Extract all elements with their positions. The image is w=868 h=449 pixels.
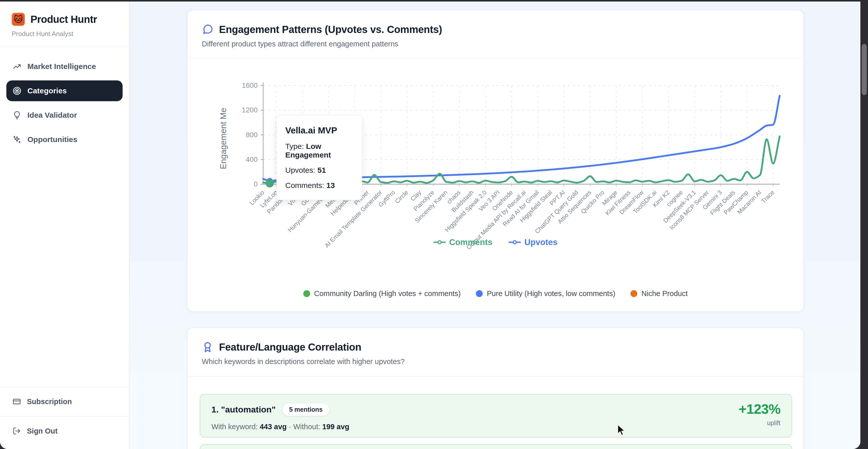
scrollbar-thumb[interactable] xyxy=(862,44,867,95)
tooltip-type-row: Type: Low Engagement xyxy=(285,142,353,159)
tooltip-product-name: Vella.ai MVP xyxy=(285,125,353,135)
sidebar: 🐱 Product Huntr Product Hunt Analyst Mar… xyxy=(0,2,129,449)
svg-text:0: 0 xyxy=(253,180,258,188)
feature-language-card: Feature/Language Correlation Which keywo… xyxy=(187,327,804,449)
line-marker-icon xyxy=(433,240,446,245)
legend-item-comments[interactable]: Comments xyxy=(433,237,493,247)
keyword-stats: With keyword: 443 avg · Without: 199 avg xyxy=(211,423,780,431)
svg-text:Trace: Trace xyxy=(760,189,776,204)
engagement-card-header: Engagement Patterns (Upvotes vs. Comment… xyxy=(188,10,803,59)
sidebar-item-categories[interactable]: Categories xyxy=(6,81,123,101)
sidebar-item-label: Opportunities xyxy=(27,135,78,144)
sidebar-footer: Subscription Sign Out xyxy=(0,387,129,445)
uplift-label: uplift xyxy=(739,419,780,427)
tooltip-upvotes-row: Upvotes: 51 xyxy=(285,166,353,174)
card-subtitle: Which keywords in descriptions correlate… xyxy=(202,357,789,366)
app-logo-cat-icon: 🐱 xyxy=(12,13,25,26)
sidebar-item-label: Categories xyxy=(27,87,67,95)
chart-tooltip: Vella.ai MVP Type: Low Engagement Upvote… xyxy=(276,115,362,200)
card-title: Engagement Patterns (Upvotes vs. Comment… xyxy=(219,24,442,35)
svg-text:800: 800 xyxy=(246,131,258,139)
keyword-card-automation: 1. "automation" 5 mentions With keyword:… xyxy=(200,394,792,438)
engagement-patterns-card: Engagement Patterns (Upvotes vs. Comment… xyxy=(187,10,804,312)
card-subtitle: Different product types attract differen… xyxy=(202,40,789,48)
lightbulb-icon xyxy=(13,111,21,120)
scrollbar-track[interactable] xyxy=(860,0,868,449)
sidebar-nav: Market Intelligence Categories Idea Vali… xyxy=(6,56,123,150)
line-marker-icon xyxy=(508,240,521,245)
svg-text:1600: 1600 xyxy=(242,82,258,89)
uplift-value: +123% xyxy=(739,401,780,417)
speech-bubble-icon xyxy=(202,24,213,35)
trending-up-icon xyxy=(13,62,21,71)
mentions-badge: 5 mentions xyxy=(282,403,330,416)
legend-niche-product: Niche Product xyxy=(630,289,687,298)
sidebar-item-subscription[interactable]: Subscription xyxy=(6,393,123,411)
feature-card-header: Feature/Language Correlation Which keywo… xyxy=(188,328,803,377)
sidebar-item-idea-validator[interactable]: Idea Validator xyxy=(6,105,123,126)
legend-item-upvotes[interactable]: Upvotes xyxy=(508,237,557,247)
target-icon xyxy=(13,87,21,95)
sidebar-item-opportunities[interactable]: Opportunities xyxy=(6,129,123,150)
sidebar-item-label: Subscription xyxy=(27,397,72,406)
sidebar-item-market-intelligence[interactable]: Market Intelligence xyxy=(6,56,123,77)
sidebar-item-sign-out[interactable]: Sign Out xyxy=(6,422,123,440)
sidebar-item-label: Sign Out xyxy=(27,427,58,435)
blue-dot-icon xyxy=(476,290,483,297)
legend-community-darling: Community Darling (High votes + comments… xyxy=(303,289,461,298)
app-title: Product Huntr xyxy=(30,14,97,25)
app-window: 🐱 Product Huntr Product Hunt Analyst Mar… xyxy=(0,2,860,449)
sidebar-item-label: Idea Validator xyxy=(27,111,77,120)
award-icon xyxy=(202,341,213,353)
svg-text:400: 400 xyxy=(246,156,258,163)
orange-dot-icon xyxy=(630,290,637,297)
category-legend: Community Darling (High votes + comments… xyxy=(188,289,803,298)
keyword-rank-title: 1. "automation" xyxy=(211,405,276,415)
tooltip-comments-row: Comments: 13 xyxy=(285,181,353,190)
keyword-card-partial xyxy=(200,444,792,449)
svg-text:Engagement Me: Engagement Me xyxy=(219,108,228,169)
app-tagline: Product Hunt Analyst xyxy=(12,30,117,38)
legend-pure-utility: Pure Utility (High votes, low comments) xyxy=(476,289,615,298)
series-legend: Comments Upvotes xyxy=(188,237,803,247)
svg-text:1200: 1200 xyxy=(242,106,258,114)
main-content: Engagement Patterns (Upvotes vs. Comment… xyxy=(129,2,860,449)
svg-text:Circle: Circle xyxy=(394,189,409,204)
credit-card-icon xyxy=(13,397,21,406)
log-out-icon xyxy=(13,427,21,435)
green-dot-icon xyxy=(303,290,310,297)
card-title: Feature/Language Correlation xyxy=(219,342,362,353)
sparkles-icon xyxy=(13,135,21,144)
sidebar-header: 🐱 Product Huntr Product Hunt Analyst xyxy=(0,2,129,47)
sidebar-item-label: Market Intelligence xyxy=(27,62,96,71)
